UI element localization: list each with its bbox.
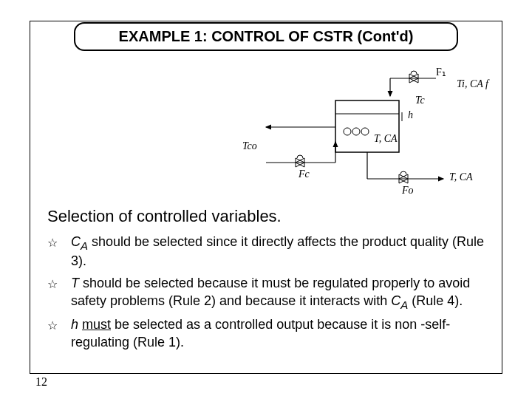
label-F1: F₁ <box>436 68 446 78</box>
label-Fo: Fo <box>401 185 414 196</box>
label-Ti-CAf: Ti, CA f <box>457 78 490 89</box>
label-Tco: Tco <box>242 140 257 151</box>
star-icon: ☆ <box>47 276 58 292</box>
label-Fc: Fc <box>298 168 310 180</box>
var-T: T <box>71 276 83 290</box>
var-h: h <box>71 317 82 332</box>
label-T-CA: T, CA <box>374 133 398 144</box>
svg-point-8 <box>344 128 351 135</box>
svg-rect-5 <box>335 100 399 152</box>
var-CA-2: CA <box>391 293 408 308</box>
bullet-2: ☆ T should be selected because it must b… <box>47 275 491 312</box>
svg-point-9 <box>352 128 360 135</box>
var-CA: CA <box>71 234 88 249</box>
page-number: 12 <box>35 375 47 389</box>
star-icon: ☆ <box>47 235 58 250</box>
bullet-list: ☆ CA should be selected since it directl… <box>47 233 491 356</box>
cstr-diagram: F₁ Ti, CA f Tc h T, CA Tco Fc Fo T, CA <box>222 68 495 201</box>
section-heading: Selection of controlled variables. <box>47 207 282 226</box>
bullet-3: ☆ h must be selected as a controlled out… <box>47 316 491 352</box>
star-icon: ☆ <box>47 318 58 333</box>
svg-point-10 <box>361 128 369 135</box>
label-Tc: Tc <box>415 95 426 106</box>
label-T-CA-out: T, CA <box>449 171 473 183</box>
word-must: must <box>82 317 111 332</box>
bullet-1: ☆ CA should be selected since it directl… <box>47 233 491 270</box>
label-h: h <box>408 109 413 120</box>
slide-title: EXAMPLE 1: CONTROL OF CSTR (Cont'd) <box>74 22 458 51</box>
